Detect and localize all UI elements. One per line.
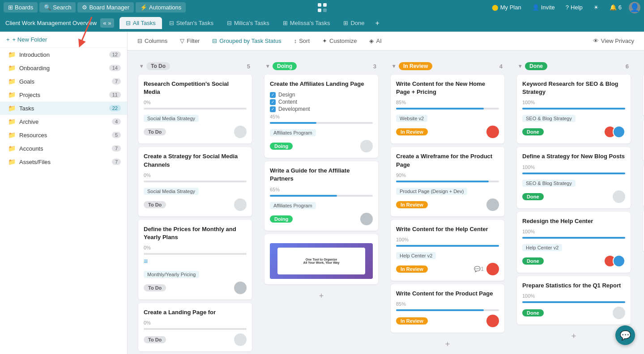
task-card[interactable]: Create a Landing Page for 0% [138,303,252,351]
invite-button[interactable]: 👤 Invite [529,3,559,12]
user-avatar[interactable]: 👤 [629,2,640,13]
add-task-button[interactable]: + [387,336,508,353]
sidebar-item-tasks[interactable]: 📁 Tasks 22 [0,101,127,115]
task-card[interactable]: Redesign the Help Center 100% Help Cente… [517,212,631,273]
card-tag: Help Center v2 [396,252,436,259]
task-card[interactable]: Create a Strategy for Social Media Chann… [138,147,252,216]
tab-stefan-tasks[interactable]: ⊟ Stefan's Tasks [163,17,220,29]
collapse-column-button[interactable]: ▾ [266,63,269,69]
my-plan-button[interactable]: ⬤ My Plan [488,3,525,12]
board-manager-label: Board Manager [89,4,129,11]
notifications-count: 6 [618,4,622,11]
progress-fill [522,237,625,239]
svg-rect-4 [323,8,327,12]
sidebar-item-goals[interactable]: 📁 Goals 7 [0,75,127,88]
task-card[interactable]: Define the Prices for Monthly and Yearly… [138,220,252,299]
sidebar-item-left: 📁 Goals [8,78,34,85]
task-card[interactable]: Write Content for the Help Center 100% H… [391,220,504,281]
sidebar-item-accounts[interactable]: 📁 Accounts 7 [0,142,127,155]
avatar [486,263,499,275]
tab-done[interactable]: ⊞ Done [337,17,371,29]
automations-button[interactable]: ⚡ Automations [136,2,186,13]
progress-bar [144,181,247,182]
sidebar-item-archive[interactable]: 📁 Archive 4 [0,115,127,128]
tab-icon: ⊟ [169,20,174,26]
sidebar-item-introduction[interactable]: 📁 Introduction 12 [0,48,127,61]
card-footer: Done [522,255,625,267]
ai-button[interactable]: ◈ AI [367,36,384,46]
grouped-label: Grouped by Task Status [219,38,281,44]
task-card[interactable]: Keyword Research for SEO & Blog Strategy… [517,75,631,143]
sort-button[interactable]: ↕ Sort [291,36,312,46]
task-card[interactable]: Research Competition's Social Media 0% S… [138,75,252,143]
invite-icon: 👤 [532,4,539,11]
progress-bar [396,245,499,247]
collapse-column-button[interactable]: ▾ [519,63,521,69]
progress-bar [396,108,499,110]
grouped-by-button[interactable]: ⊟ Grouped by Task Status [209,36,284,46]
help-button[interactable]: ? Help [562,3,586,12]
checkbox-checked[interactable]: ✓ [270,106,276,112]
sidebar-item-label: Tasks [19,105,34,112]
column-header: ▾ Doing 3 [261,58,382,75]
task-card[interactable]: Write a Guide for the Affiliate Partners… [264,161,378,230]
search-button[interactable]: 🔍 Search [39,2,76,13]
add-task-button[interactable]: + [261,288,382,304]
card-footer: In Review [396,198,499,211]
folder-icon: 📁 [8,64,16,72]
boards-button[interactable]: ⊞ Boards [4,2,38,13]
filter-button[interactable]: ▽ Filter [177,36,202,46]
card-footer: Done [522,307,625,319]
doc-icon: ≡ [144,257,148,265]
sidebar-item-projects[interactable]: 📁 Projects 11 [0,88,127,101]
tab-milica-tasks[interactable]: ⊟ Milica's Tasks [221,17,276,29]
task-card[interactable]: Write Content for the Product Page 85% [391,284,504,333]
avatar [360,213,373,225]
card-title: Create a Wireframe for the Product Page [396,152,499,169]
card-footer: To Do [144,333,247,346]
customize-label: Customize [329,38,357,44]
tab-label: Milica's Tasks [234,20,269,26]
card-tag: Monthly/Yearly Pricing [144,271,199,278]
new-folder-button[interactable]: + + New Folder [0,32,127,48]
collapse-column-button[interactable]: ▾ [392,63,395,69]
card-tag: Affiliates Program [270,202,316,209]
task-card[interactable]: Create a Wireframe for the Product Page … [391,147,504,216]
card-tag: Affiliates Program [270,129,316,136]
sidebar-item-onboarding[interactable]: 📁 Onboarding 14 [0,61,127,75]
avatar [234,126,247,138]
collapse-column-button[interactable]: ▾ [140,63,143,69]
view-privacy-button[interactable]: 👁 View Privacy [590,36,637,46]
column-header: ▾ Blocked 0 [640,58,644,75]
add-tab-button[interactable]: + [372,17,383,29]
avatar [613,255,625,267]
board-manager-button[interactable]: ⚙ Board Manager [77,2,134,13]
task-card[interactable]: One Tool to OrganizeAll Your Work, Your … [264,234,378,284]
add-task-button[interactable]: + [640,256,644,272]
customize-button[interactable]: ✦ Customize [320,36,359,46]
columns-button[interactable]: ⊟ Columns [135,36,170,46]
task-card[interactable]: Create the Affiliates Landing Page ✓ Des… [264,75,378,158]
column-header: ▾ In Review 4 [387,58,508,75]
task-card[interactable]: Write Content for the New Home Page + Pr… [391,75,504,143]
boards-label: Boards [15,4,33,11]
search-icon: 🔍 [44,4,51,11]
checkbox-checked[interactable]: ✓ [270,92,276,98]
sidebar-item-left: 📁 Introduction [8,51,50,58]
notifications-button[interactable]: 🔔 6 [606,3,625,12]
filter-icon: ▽ [180,38,184,44]
card-footer: In Review 💬1 [396,263,499,275]
sidebar-item-left: 📁 Archive [8,118,38,125]
chat-bubble[interactable]: 💬 [615,325,635,345]
column-count: 6 [626,63,629,70]
tab-melissa-tasks[interactable]: ⊞ Melissa's Tasks [277,17,337,29]
sidebar-item-assets-files[interactable]: 📁 Assets/Files 7 [0,155,127,169]
task-card[interactable]: Define a Strategy for New Blog Posts 100… [517,147,631,208]
sidebar-item-resources[interactable]: 📁 Resources 5 [0,128,127,142]
collapse-sidebar-button[interactable]: « » [100,18,114,28]
checkbox-checked[interactable]: ✓ [270,99,276,105]
tab-all-tasks[interactable]: ⊟ All Tasks [119,17,162,29]
task-card[interactable]: Prepare Statistics for the Q1 Report 100… [517,276,631,324]
theme-button[interactable]: ☀ [590,3,602,12]
progress-percent: 85% [396,100,406,105]
